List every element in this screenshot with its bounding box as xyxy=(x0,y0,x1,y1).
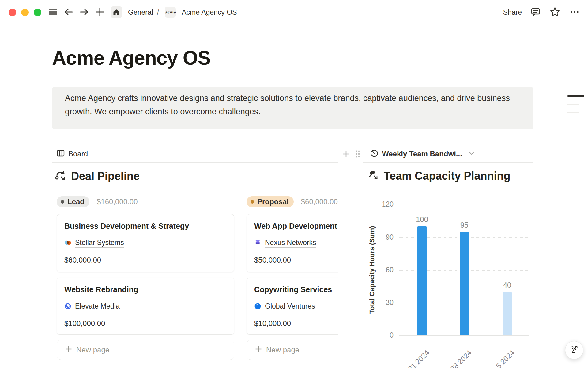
board-column-proposal: Proposal $60,000.00 Web App Development … xyxy=(247,196,338,360)
card-client-row: Global Ventures xyxy=(254,302,338,311)
status-dot xyxy=(251,200,254,204)
card-title: Business Development & Strategy xyxy=(64,222,227,231)
x-axis-tick: 28 2024 xyxy=(431,348,473,368)
app-window: General / acme Acme Agency OS Share Acme… xyxy=(0,0,588,368)
breadcrumb-separator: / xyxy=(157,8,159,17)
chart-panel: Team Capacity Planning Total Capacity Ho… xyxy=(363,164,533,368)
breadcrumb-section[interactable]: General xyxy=(128,8,153,17)
outline-line-active[interactable] xyxy=(567,95,584,97)
board-card[interactable]: Copywriting Services Global Ventures $10… xyxy=(247,278,338,335)
stellar-systems-logo xyxy=(64,239,71,247)
bar-21 2024 xyxy=(417,226,427,335)
board-card[interactable]: Web App Development Nexus Networks $50,0… xyxy=(247,214,338,272)
board-card[interactable]: Website Rebranding Elevate Media $100,00… xyxy=(57,278,234,335)
navigation-bar-right: Share xyxy=(503,0,580,25)
y-axis-tick: 0 xyxy=(363,331,394,339)
back-arrow-icon xyxy=(64,7,74,18)
forward-button[interactable] xyxy=(79,7,89,18)
window-close-button[interactable] xyxy=(9,9,16,16)
gridline xyxy=(399,205,529,205)
drag-handle-icon xyxy=(354,149,361,159)
status-pill-lead[interactable]: Lead xyxy=(57,196,89,207)
bar-value-label: 100 xyxy=(410,215,434,224)
acme-workspace-icon: acme xyxy=(165,7,176,18)
favorite-button[interactable] xyxy=(549,6,560,18)
callout-block: Acme Agency crafts innovative designs an… xyxy=(52,87,533,129)
outline-line[interactable] xyxy=(567,104,579,105)
page-title: Acme Agency OS xyxy=(52,47,210,69)
ellipsis-icon xyxy=(569,6,580,18)
card-client-link[interactable]: Elevate Media xyxy=(75,302,120,311)
add-view-button[interactable] xyxy=(342,150,350,159)
back-button[interactable] xyxy=(64,7,74,18)
window-controls xyxy=(9,9,41,16)
group-header: Proposal $60,000.00 xyxy=(247,196,338,207)
board-tab-underline xyxy=(52,162,338,163)
comment-icon xyxy=(530,7,541,18)
board-view-icon xyxy=(57,149,65,159)
nexus-networks-logo xyxy=(254,239,261,247)
bar-value-label: 95 xyxy=(452,221,477,229)
window-zoom-button[interactable] xyxy=(34,9,41,16)
tab-board-view[interactable]: Board xyxy=(57,149,88,159)
bar-Oct 5 2024 xyxy=(503,292,512,335)
callout-text: Acme Agency crafts innovative designs an… xyxy=(65,91,512,118)
board-panel: Deal Pipeline Lead $160,000.00 Business … xyxy=(52,164,338,368)
add-view-plus-icon xyxy=(342,150,350,159)
y-axis-tick: 60 xyxy=(363,266,394,274)
chart-tab-label: Weekly Team Bandwi... xyxy=(382,150,462,158)
y-axis-tick: 90 xyxy=(363,233,394,241)
home-icon xyxy=(113,8,120,17)
card-amount: $10,000.00 xyxy=(254,319,338,328)
card-title: Copywriting Services xyxy=(254,285,338,294)
share-button[interactable]: Share xyxy=(503,8,522,17)
plus-icon xyxy=(255,345,262,355)
card-client-row: Stellar Systems xyxy=(64,239,227,248)
forward-arrow-icon xyxy=(79,7,89,18)
comments-button[interactable] xyxy=(530,7,541,18)
breadcrumb-page[interactable]: Acme Agency OS xyxy=(182,8,237,17)
card-amount: $50,000.00 xyxy=(254,256,338,264)
x-axis-tick: Oct 5 2024 xyxy=(473,348,516,368)
bar-chart: Total Capacity Hours (Sum) 0306090120100… xyxy=(363,164,533,368)
card-client-link[interactable]: Global Ventures xyxy=(265,302,315,311)
card-amount: $100,000.00 xyxy=(64,319,227,328)
window-minimize-button[interactable] xyxy=(21,9,29,16)
bar-28 2024 xyxy=(460,232,469,335)
star-icon xyxy=(549,6,560,18)
card-client-link[interactable]: Stellar Systems xyxy=(75,239,124,248)
card-client-row: Elevate Media xyxy=(64,302,227,311)
board-column-lead: Lead $160,000.00 Business Development & … xyxy=(57,196,234,360)
tab-chart-view[interactable]: Weekly Team Bandwi... xyxy=(370,149,475,159)
view-options-drag-handle[interactable] xyxy=(354,149,361,159)
card-client-row: Nexus Networks xyxy=(254,239,338,248)
y-axis-tick: 30 xyxy=(363,298,394,307)
notion-ai-button[interactable] xyxy=(565,341,583,359)
board-section-header: Deal Pipeline xyxy=(55,170,140,183)
x-axis-tick: 21 2024 xyxy=(388,348,431,368)
plus-icon xyxy=(65,345,72,355)
column-total: $60,000.00 xyxy=(301,197,338,206)
sidebar-menu-button[interactable] xyxy=(48,7,58,18)
outline-line[interactable] xyxy=(567,112,579,113)
chevron-down-icon xyxy=(469,150,475,158)
more-options-button[interactable] xyxy=(569,6,580,18)
status-label: Lead xyxy=(67,197,85,206)
new-page-button[interactable] xyxy=(95,7,105,18)
new-page-label: New page xyxy=(266,346,299,354)
share-button-label: Share xyxy=(503,8,522,17)
global-ventures-logo xyxy=(254,303,261,311)
status-pill-proposal[interactable]: Proposal xyxy=(247,196,294,207)
home-button[interactable] xyxy=(111,6,122,18)
new-page-button[interactable]: New page xyxy=(57,340,234,360)
status-dot xyxy=(61,200,64,204)
new-page-button[interactable]: New page xyxy=(247,340,338,360)
chart-view-clock-icon xyxy=(370,149,379,159)
card-amount: $60,000.00 xyxy=(64,256,227,264)
navigation-bar-left: General / acme Acme Agency OS xyxy=(48,0,237,25)
x-axis-line xyxy=(399,335,529,336)
card-client-link[interactable]: Nexus Networks xyxy=(265,239,316,248)
elevate-media-logo xyxy=(64,303,71,311)
board-card[interactable]: Business Development & Strategy Stellar … xyxy=(57,214,234,272)
plus-icon xyxy=(95,7,105,18)
